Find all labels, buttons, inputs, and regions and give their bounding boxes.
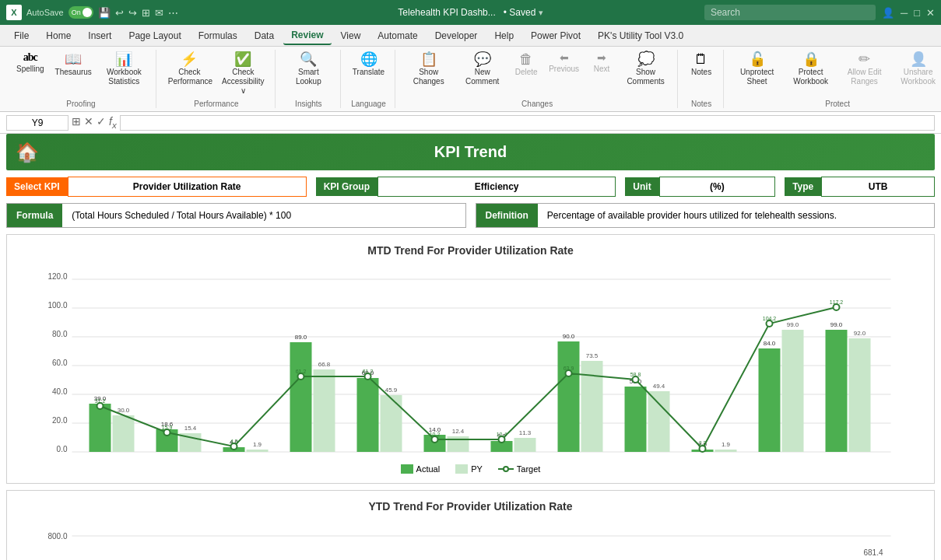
table-icon[interactable]: ⊞: [142, 7, 150, 19]
autosave-toggle[interactable]: On: [68, 6, 93, 19]
menu-data[interactable]: Data: [247, 27, 282, 44]
restore-icon[interactable]: □: [914, 7, 920, 19]
ribbon-group-changes: 📋 Show Changes 💬 New Comment 🗑 Delete ⬅ …: [397, 50, 678, 108]
insights-buttons: 🔍 Smart Lookup: [283, 50, 334, 98]
menu-insert[interactable]: Insert: [80, 27, 119, 44]
unprotect-sheet-button[interactable]: 🔓 Unprotect Sheet: [732, 50, 782, 89]
menu-review[interactable]: Review: [283, 26, 331, 45]
spelling-button[interactable]: abc Spelling: [12, 50, 48, 76]
select-kpi-value[interactable]: Provider Utilization Rate: [68, 177, 307, 197]
notes-icon: 🗒: [694, 52, 708, 66]
svg-text:15.4: 15.4: [184, 425, 197, 432]
previous-comment-label: Previous: [549, 65, 579, 74]
svg-text:Sep-24: Sep-24: [627, 455, 653, 456]
bar-may-py: [381, 395, 402, 452]
target-dot-dec: [834, 304, 840, 310]
kpi-group-value[interactable]: Efficiency: [377, 177, 616, 197]
menu-view[interactable]: View: [333, 27, 369, 44]
minimize-icon[interactable]: ─: [901, 7, 908, 19]
allow-edit-ranges-button[interactable]: ✏ Allow Edit Ranges: [839, 50, 890, 89]
home-icon[interactable]: 🏠: [16, 142, 39, 163]
next-comment-button[interactable]: ➡ Next: [586, 50, 617, 76]
bar-apr-py: [314, 369, 335, 452]
proofing-group-label: Proofing: [66, 98, 95, 108]
smart-lookup-icon: 🔍: [300, 52, 317, 66]
svg-text:92.0: 92.0: [854, 330, 866, 337]
mail-icon[interactable]: ✉: [155, 7, 163, 19]
kpi-group-label: KPI Group: [316, 177, 377, 196]
delete-comment-button[interactable]: 🗑 Delete: [511, 50, 542, 79]
type-label: Type: [785, 177, 821, 196]
protect-workbook-button[interactable]: 🔒 Protect Workbook: [785, 50, 836, 89]
check-accessibility-button[interactable]: ✅ Check Accessibility ∨: [218, 50, 269, 98]
workbook-statistics-button[interactable]: 📊 Workbook Statistics: [99, 50, 149, 89]
profile-icon[interactable]: 👤: [882, 7, 894, 19]
menu-pk-utility[interactable]: PK's Utility Tool V3.0: [590, 27, 691, 44]
ytd-chart-svg: 800.0 681.4: [16, 528, 925, 559]
save-icon[interactable]: 💾: [98, 7, 111, 19]
previous-comment-button[interactable]: ⬅ Previous: [545, 50, 583, 76]
show-comments-button[interactable]: 💭 Show Comments: [620, 50, 671, 89]
unshare-workbook-button[interactable]: 👤 Unshare Workbook: [893, 50, 941, 89]
thesaurus-icon: 📖: [65, 52, 82, 66]
legend-target-dot: [503, 466, 509, 472]
insert-function-icon[interactable]: fx: [109, 115, 117, 130]
notes-group-label: Notes: [691, 98, 711, 108]
new-comment-button[interactable]: 💬 New Comment: [457, 50, 507, 89]
menu-file[interactable]: File: [6, 27, 37, 44]
notes-button[interactable]: 🗒 Notes: [686, 50, 717, 79]
redo-icon[interactable]: ↪: [128, 7, 137, 19]
confirm-formula-icon[interactable]: ✓: [97, 115, 106, 130]
delete-comment-icon: 🗑: [519, 52, 533, 66]
formula-input[interactable]: [120, 115, 935, 131]
expand-icon[interactable]: ⊞: [72, 115, 81, 130]
svg-text:Mar-24: Mar-24: [226, 455, 251, 456]
translate-button[interactable]: 🌐 Translate: [349, 50, 388, 79]
smart-lookup-button[interactable]: 🔍 Smart Lookup: [283, 50, 334, 89]
svg-text:49.4: 49.4: [653, 383, 665, 390]
menu-automate[interactable]: Automate: [370, 27, 425, 44]
mtd-chart-area: 0.0 20.0 40.0 60.0 80.0 100.0 120.0: [16, 269, 925, 458]
menu-home[interactable]: Home: [38, 27, 79, 44]
type-value[interactable]: UTB: [821, 177, 935, 197]
svg-text:2.3: 2.3: [699, 440, 707, 446]
bar-may-actual: [357, 378, 379, 452]
svg-text:80.0: 80.0: [52, 330, 68, 338]
menu-developer[interactable]: Developer: [427, 27, 486, 44]
menu-page-layout[interactable]: Page Layout: [121, 27, 188, 44]
bar-sep-actual: [625, 387, 647, 452]
name-box[interactable]: [6, 115, 68, 131]
bar-mar-py: [247, 450, 269, 452]
undo-icon[interactable]: ↩: [115, 7, 124, 19]
ribbon-group-language: 🌐 Translate Language: [342, 50, 395, 108]
select-kpi-label: Select KPI: [6, 177, 68, 196]
check-performance-button[interactable]: ⚡ Check Performance: [164, 50, 215, 89]
svg-text:45.9: 45.9: [385, 387, 398, 394]
language-buttons: 🌐 Translate: [349, 50, 388, 98]
protect-workbook-icon: 🔒: [802, 52, 820, 66]
unit-value[interactable]: (%): [659, 177, 776, 197]
svg-text:60.0: 60.0: [52, 359, 68, 367]
workbook-statistics-label: Workbook Statistics: [103, 68, 146, 86]
formula-definition-row: Formula (Total Hours Scheduled / Total H…: [0, 203, 941, 234]
more-icon[interactable]: ⋯: [168, 7, 178, 19]
performance-group-label: Performance: [194, 98, 238, 108]
unshare-workbook-icon: 👤: [910, 52, 927, 66]
cancel-formula-icon[interactable]: ✕: [84, 115, 93, 130]
formula-box: Formula (Total Hours Scheduled / Total H…: [6, 203, 466, 228]
saved-dropdown[interactable]: ▾: [539, 8, 543, 17]
thesaurus-button[interactable]: 📖 Thesaurus: [51, 50, 96, 79]
kpi-fields-row: Select KPI Provider Utilization Rate KPI…: [0, 177, 941, 203]
svg-text:Jan-24: Jan-24: [93, 455, 117, 456]
proofing-buttons: abc Spelling 📖 Thesaurus 📊 Workbook Stat…: [12, 50, 149, 98]
show-changes-button[interactable]: 📋 Show Changes: [403, 50, 454, 89]
menu-formulas[interactable]: Formulas: [191, 27, 245, 44]
svg-text:61.2: 61.2: [296, 369, 307, 374]
performance-buttons: ⚡ Check Performance ✅ Check Accessibilit…: [164, 50, 269, 98]
menu-power-pivot[interactable]: Power Pivot: [523, 27, 588, 44]
menu-help[interactable]: Help: [486, 27, 521, 44]
svg-text:800.0: 800.0: [47, 532, 67, 541]
chart-legend: Actual PY Target: [16, 464, 925, 474]
close-icon[interactable]: ✕: [926, 7, 935, 19]
search-input[interactable]: [704, 5, 876, 20]
